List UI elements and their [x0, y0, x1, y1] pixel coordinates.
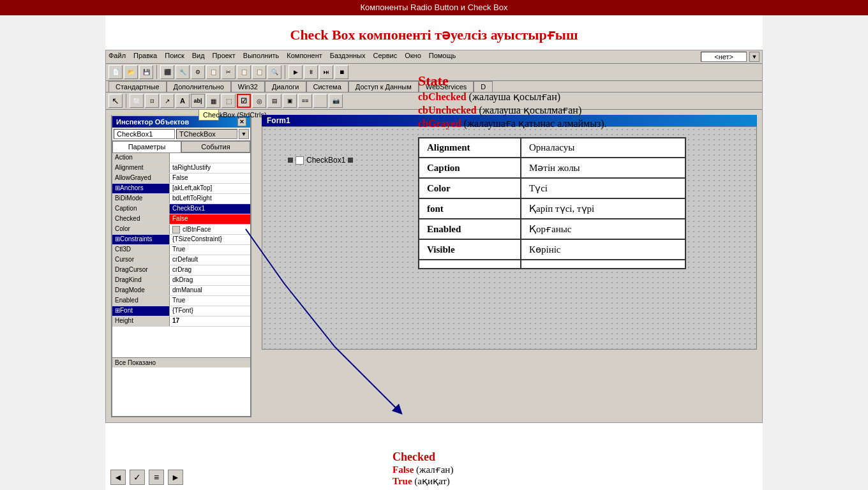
form-checkbox-widget[interactable]: CheckBox1 [288, 156, 353, 165]
btn9[interactable]: 📋 [252, 65, 266, 79]
comp-btn14[interactable]: 📷 [329, 94, 343, 108]
comp-btn11[interactable]: ▣ [283, 94, 297, 108]
annot-true-keyword: True [393, 476, 412, 486]
prop-allowgrayed: AllowGrayed False [112, 174, 250, 184]
prop-bidimode: BiDiMode bdLeftToRight [112, 194, 250, 204]
run-btn[interactable]: ▶ [288, 65, 303, 79]
menu-service[interactable]: Сервис [373, 52, 398, 62]
annot-false-normal: (жалған) [416, 464, 453, 475]
bottom-annotations: Checked False (жалған) True (ақиқат) [393, 450, 453, 487]
table-cell-visible-desc: Көрініс [521, 239, 685, 260]
btn8[interactable]: 📋 [237, 65, 251, 79]
dropdown-arrow[interactable]: ▼ [749, 52, 760, 62]
bottom-nav: ◄ ✓ ≡ ► [110, 470, 183, 485]
inspector-close-btn[interactable]: ✕ [237, 117, 246, 126]
tab-sistema[interactable]: Система [306, 81, 348, 92]
inspector-tab-params[interactable]: Параметры [112, 141, 181, 152]
prop-dragmode: DragMode dmManual [112, 286, 250, 296]
stop-btn[interactable]: ⏹ [334, 65, 348, 79]
btn6[interactable]: 📋 [206, 65, 220, 79]
table-row-caption: Caption Мәтін жолы [419, 158, 685, 178]
menu-help[interactable]: Помощь [429, 52, 456, 62]
inspector-comp-type[interactable]: TCheckBox [176, 129, 237, 139]
annot-true-normal: (ақиқат) [414, 476, 450, 486]
tab-dostup[interactable]: Доступ к Данным [348, 81, 419, 92]
comp-btn5[interactable]: ab| [191, 94, 205, 108]
menu-run[interactable]: Выполнить [243, 52, 279, 62]
prop-dragkind: DragKind dkDrag [112, 276, 250, 286]
comp-btn6[interactable]: ▦ [206, 94, 220, 108]
page-heading: Check Box компоненті тәуелсіз ауыстырғыш [105, 15, 763, 50]
comp-btn3[interactable]: ↗ [160, 94, 174, 108]
open-btn[interactable]: 📂 [124, 65, 138, 79]
comp-btn12[interactable]: ≡≡ [298, 94, 312, 108]
nav-menu[interactable]: ≡ [149, 470, 164, 485]
right-panel: State cbChecked (жалауша қосылған) cbUnc… [418, 73, 750, 269]
btn4[interactable]: 🔧 [176, 65, 190, 79]
comp-btn13[interactable] [313, 94, 327, 108]
nav-check[interactable]: ✓ [130, 470, 145, 485]
menu-database[interactable]: Баздэнных [330, 52, 366, 62]
comp-btn10[interactable]: ▤ [267, 94, 281, 108]
menu-view[interactable]: Вид [192, 52, 205, 62]
table-cell-enabled-prop: Enabled [419, 219, 521, 239]
inspector-props: Action Alignment taRightJustify AllowGra… [112, 153, 250, 357]
prop-color: Color clBtnFace [112, 225, 250, 235]
prop-caption: Caption CheckBox1 [112, 204, 250, 214]
inspector-title: Инспектор Объектов [116, 118, 189, 126]
checkbox-tool-container: ☑ CheckBox (StdCtrls) [237, 94, 251, 108]
tab-win32[interactable]: Win32 [231, 81, 265, 92]
table-cell-color-desc: Түсі [521, 178, 685, 198]
nav-forward[interactable]: ► [168, 470, 183, 485]
dropdown-area: <нет> ▼ [701, 52, 760, 62]
nav-back[interactable]: ◄ [110, 470, 126, 485]
prop-action: Action [112, 153, 250, 163]
pause-btn[interactable]: ⏸ [304, 65, 318, 79]
sep1 [156, 65, 157, 79]
comp-btn2[interactable]: ⊡ [145, 94, 159, 108]
table-row-font: font Қаріп түсі, түрі [419, 198, 685, 219]
state-line-2: cbUnchecked (жалауша қосылмаған) [418, 104, 750, 116]
menu-component[interactable]: Компонент [287, 52, 322, 62]
state-keyword-3: cbGrayed [418, 118, 461, 129]
inspector-comp-name[interactable]: CheckBox1 [114, 129, 175, 139]
cursor-tool[interactable]: ↖ [108, 94, 123, 108]
table-cell-empty2 [521, 260, 685, 269]
table-cell-enabled-desc: Қорғаныс [521, 219, 685, 239]
form-title: Form1 [267, 116, 290, 125]
menu-project[interactable]: Проект [213, 52, 236, 62]
menu-file[interactable]: Файл [108, 52, 126, 62]
prop-height: Height 17 [112, 316, 250, 327]
btn5[interactable]: ⚙ [191, 65, 205, 79]
comp-btn7[interactable]: ⬚ [221, 94, 236, 108]
annot-false-keyword: False [393, 464, 414, 475]
menubar: Файл Правка Поиск Вид Проект Выполнить К… [106, 50, 762, 64]
btn10[interactable]: 🔍 [267, 65, 281, 79]
table-cell-alignment-prop: Alignment [419, 138, 521, 158]
new-btn[interactable]: 📄 [108, 65, 123, 79]
comp-btn4[interactable]: A [176, 94, 190, 108]
state-keyword-1: cbChecked [418, 91, 467, 102]
form-checkbox[interactable] [296, 156, 304, 165]
inspector-tab-events[interactable]: События [181, 141, 250, 152]
tab-dialogi[interactable]: Диалоги [265, 81, 306, 92]
tab-standard[interactable]: Стандартные [108, 81, 167, 92]
inspector-dropdown-arrow[interactable]: ▼ [239, 129, 249, 139]
object-inspector: Инспектор Объектов ✕ CheckBox1 TCheckBox… [111, 115, 251, 417]
menu-window[interactable]: Окно [405, 52, 421, 62]
comp-btn1[interactable]: ⬜ [130, 94, 144, 108]
sep3 [126, 94, 126, 108]
btn3[interactable]: ⬛ [160, 65, 174, 79]
project-dropdown[interactable]: <нет> [701, 52, 747, 62]
save-btn[interactable]: 💾 [139, 65, 153, 79]
table-cell-font-prop: font [419, 198, 521, 219]
comp-btn9[interactable]: ◎ [252, 94, 266, 108]
tab-additional[interactable]: Дополнительно [167, 81, 231, 92]
menu-search[interactable]: Поиск [165, 52, 184, 62]
checkbox-tooltip: CheckBox (StdCtrls) [198, 109, 219, 121]
btn7[interactable]: ✂ [221, 65, 236, 79]
checkbox-tool-btn[interactable]: ☑ [237, 94, 251, 108]
step-btn[interactable]: ⏭ [319, 65, 333, 79]
menu-edit[interactable]: Правка [133, 52, 157, 62]
prop-dragcursor: DragCursor crDrag [112, 265, 250, 276]
